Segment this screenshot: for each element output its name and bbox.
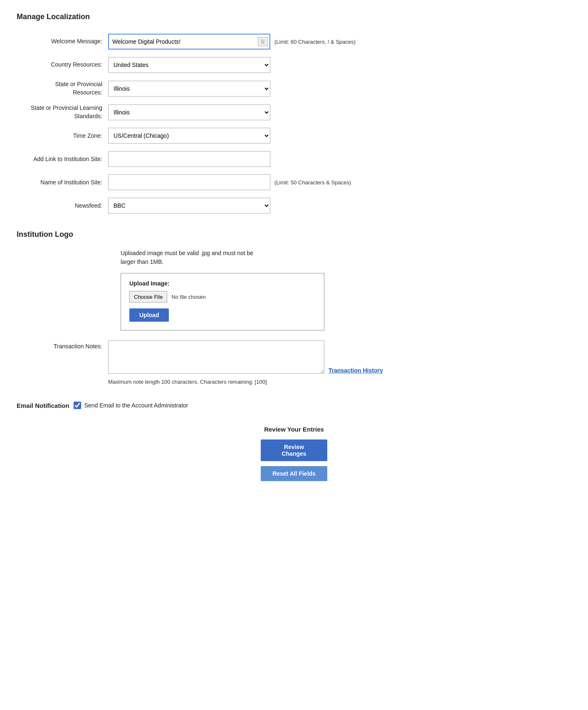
institution-logo-title: Institution Logo <box>17 230 571 239</box>
no-file-text: No file chosen <box>171 294 205 300</box>
institution-name-hint: (Limit: 50 Characters & Spaces) <box>274 179 351 186</box>
email-notification-checkbox[interactable] <box>74 402 81 409</box>
transaction-notes-label: Transaction Notes: <box>17 340 108 350</box>
time-zone-label: Time Zone: <box>17 132 108 140</box>
institution-name-input[interactable] <box>108 174 270 190</box>
email-notification-text: Send Email to the Account Administrator <box>84 402 188 409</box>
institution-link-label: Add Link to Institution Site: <box>17 155 108 164</box>
time-zone-select[interactable]: US/Central (Chicago) US/Eastern (New Yor… <box>108 128 270 144</box>
welcome-message-hint: (Limit: 60 Characters, ! & Spaces) <box>274 39 356 45</box>
state-provincial-label: State or ProvincialResources: <box>17 80 108 97</box>
welcome-message-input[interactable] <box>108 34 270 50</box>
state-learning-select[interactable]: Illinois California Texas New York Flori… <box>108 104 270 120</box>
welcome-message-icon[interactable]: ☷ <box>258 37 268 46</box>
upload-box: Upload Image: Choose File No file chosen… <box>121 273 324 330</box>
upload-image-label: Upload Image: <box>129 280 316 287</box>
newsfeed-label: Newsfeed: <box>17 202 108 210</box>
notes-hint: Maximum note length 100 characters. Char… <box>108 379 571 385</box>
review-title: Review Your Entries <box>17 426 571 433</box>
transaction-history-link[interactable]: Transaction History <box>329 367 383 374</box>
state-provincial-select[interactable]: Illinois California Texas New York Flori… <box>108 81 270 97</box>
upload-button[interactable]: Upload <box>129 308 169 322</box>
country-resources-label: Country Resources: <box>17 61 108 69</box>
page-title: Manage Localization <box>17 12 571 21</box>
transaction-notes-textarea[interactable] <box>108 340 324 374</box>
reset-all-fields-button[interactable]: Reset All Fields <box>261 466 327 481</box>
institution-name-label: Name of Institution Site: <box>17 179 108 187</box>
welcome-message-label: Welcome Message: <box>17 37 108 46</box>
review-changes-button[interactable]: Review Changes <box>261 439 327 461</box>
state-learning-label: State or Provincial LearningStandards: <box>17 104 108 120</box>
institution-link-input[interactable] <box>108 151 270 167</box>
choose-file-button[interactable]: Choose File <box>129 291 167 303</box>
newsfeed-select[interactable]: BBC CNN Reuters AP None <box>108 198 270 213</box>
email-notification-label: Email Notification <box>17 402 69 409</box>
logo-description: Uploaded image must be valid .jpg and mu… <box>121 249 571 266</box>
country-resources-select[interactable]: United States Canada United Kingdom Aust… <box>108 57 270 73</box>
